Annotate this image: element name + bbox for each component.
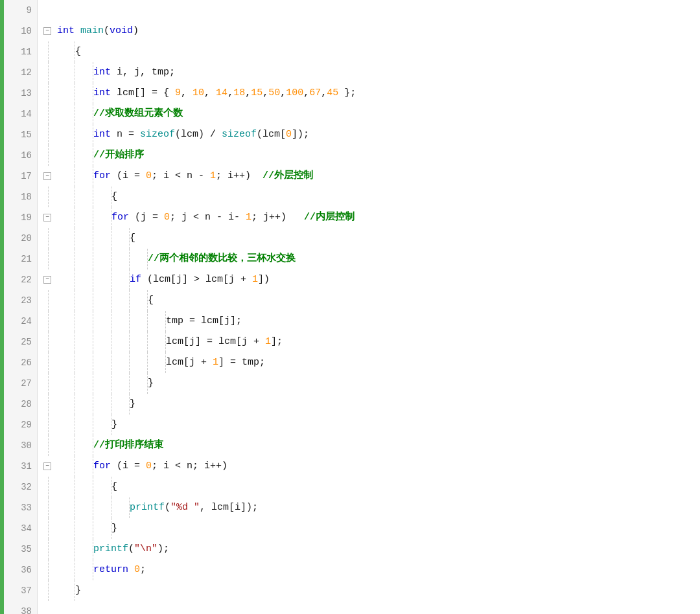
fold-16	[38, 145, 57, 166]
fold-34	[38, 518, 57, 539]
fold-22[interactable]: −	[38, 276, 57, 284]
fold-36	[38, 560, 57, 580]
code-line-19: − for (j = 0; j < n - i- 1; j++) //内层控制	[38, 207, 700, 228]
fold-button-31[interactable]: −	[43, 462, 51, 470]
code-line-11: {	[38, 41, 700, 62]
fold-12	[38, 62, 57, 83]
fold-10[interactable]: −	[38, 27, 57, 35]
code-content-area: − int main(void) { int i, j, tmp;	[38, 0, 700, 614]
code-line-38	[38, 601, 700, 614]
fold-button-22[interactable]: −	[43, 276, 51, 284]
fold-button-17[interactable]: −	[43, 172, 51, 180]
line-numbers: 9 10 11 12 13 14 15 16 17 18 19 20 21 22…	[4, 0, 38, 614]
fold-31[interactable]: −	[38, 462, 57, 470]
code-line-35: printf("\n");	[38, 539, 700, 560]
fold-32	[38, 477, 57, 497]
fold-35	[38, 539, 57, 560]
fold-17[interactable]: −	[38, 172, 57, 180]
fold-23	[38, 290, 57, 311]
fold-30	[38, 435, 57, 456]
code-line-27: }	[38, 373, 700, 394]
code-line-25: lcm[j] = lcm[j + 1];	[38, 332, 700, 352]
fold-29	[38, 415, 57, 435]
code-line-16: //开始排序	[38, 145, 700, 166]
code-line-36: return 0;	[38, 560, 700, 580]
code-line-23: {	[38, 290, 700, 311]
code-line-24: tmp = lcm[j];	[38, 311, 700, 332]
fold-28	[38, 394, 57, 415]
fold-26	[38, 352, 57, 373]
fold-11	[38, 41, 57, 62]
code-line-21: //两个相邻的数比较，三杯水交换	[38, 249, 700, 269]
code-line-20: {	[38, 228, 700, 249]
code-line-13: int lcm[] = { 9, 10, 14,18,15,50,100,67,…	[38, 83, 700, 104]
code-line-9	[38, 0, 700, 21]
code-line-31: − for (i = 0; i < n; i++)	[38, 456, 700, 477]
fold-13	[38, 83, 57, 104]
fold-25	[38, 332, 57, 352]
code-line-37: }	[38, 580, 700, 601]
fold-24	[38, 311, 57, 332]
fold-19[interactable]: −	[38, 214, 57, 222]
code-line-29: }	[38, 415, 700, 435]
code-line-15: int n = sizeof(lcm) / sizeof(lcm[0]);	[38, 124, 700, 145]
code-line-10: − int main(void)	[38, 21, 700, 41]
code-line-14: //求取数组元素个数	[38, 104, 700, 124]
fold-18	[38, 187, 57, 207]
code-line-17: − for (i = 0; i < n - 1; i++) //外层控制	[38, 166, 700, 187]
fold-14	[38, 104, 57, 124]
code-line-28: }	[38, 394, 700, 415]
code-line-33: printf("%d ", lcm[i]);	[38, 497, 700, 518]
code-line-18: {	[38, 187, 700, 207]
code-line-32: {	[38, 477, 700, 497]
fold-33	[38, 497, 57, 518]
fold-27	[38, 373, 57, 394]
fold-15	[38, 124, 57, 145]
code-line-22: − if (lcm[j] > lcm[j + 1])	[38, 269, 700, 290]
code-line-30: //打印排序结束	[38, 435, 700, 456]
fold-button-19[interactable]: −	[43, 214, 51, 222]
fold-20	[38, 228, 57, 249]
fold-21	[38, 249, 57, 269]
code-editor: 9 10 11 12 13 14 15 16 17 18 19 20 21 22…	[0, 0, 700, 614]
fold-37	[38, 580, 57, 601]
fold-button-10[interactable]: −	[43, 27, 51, 35]
code-line-34: }	[38, 518, 700, 539]
code-line-12: int i, j, tmp;	[38, 62, 700, 83]
code-line-26: lcm[j + 1] = tmp;	[38, 352, 700, 373]
